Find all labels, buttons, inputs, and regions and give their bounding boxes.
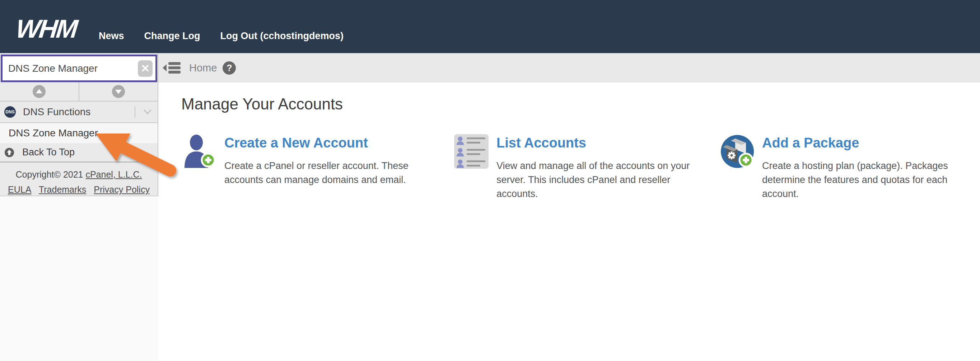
- create-account-person-icon: [183, 134, 215, 168]
- top-nav: News Change Log Log Out (cchostingdemos): [99, 29, 344, 42]
- arrow-up-icon: [33, 85, 46, 98]
- add-package-icon: [720, 134, 755, 169]
- search-input[interactable]: [3, 56, 138, 80]
- create-new-account-description: Create a cPanel or reseller account. The…: [224, 159, 411, 187]
- add-a-package-link[interactable]: Add a Package: [762, 135, 859, 151]
- create-new-account-link[interactable]: Create a New Account: [224, 135, 368, 151]
- content-area: Manage Your Accounts Create: [158, 83, 980, 201]
- list-accounts-description: View and manage all of the accounts on y…: [496, 159, 696, 201]
- sidebar-search-box: ✕: [1, 54, 157, 82]
- breadcrumb-home-link[interactable]: Home: [189, 62, 217, 74]
- sidebar-item-dns-zone-manager[interactable]: DNS Zone Manager: [0, 123, 158, 143]
- list-accounts-link[interactable]: List Accounts: [496, 135, 586, 151]
- circle-up-arrow-icon: [4, 148, 14, 157]
- sidebar: ✕ DNS DNS Functions DNS Zone Manager: [0, 53, 158, 361]
- sidebar-section-dns-functions[interactable]: DNS DNS Functions: [0, 102, 158, 123]
- nav-changelog-link[interactable]: Change Log: [144, 29, 200, 42]
- search-result-nav: [0, 82, 158, 102]
- cpanel-llc-link[interactable]: cPanel, L.L.C.: [86, 169, 142, 180]
- dns-badge-icon: DNS: [4, 106, 16, 118]
- arrow-down-icon: [112, 85, 125, 98]
- main-content: Home ? Manage Your Accounts: [158, 53, 980, 361]
- back-to-top-label: Back To Top: [22, 147, 75, 158]
- nav-logout-link[interactable]: Log Out (cchostingdemos): [220, 29, 344, 42]
- nav-news-link[interactable]: News: [99, 29, 124, 42]
- next-result-button[interactable]: [80, 82, 158, 101]
- list-accounts-icon: [454, 134, 488, 169]
- chevron-down-icon[interactable]: [143, 109, 152, 115]
- privacy-policy-link[interactable]: Privacy Policy: [94, 184, 150, 194]
- previous-result-button[interactable]: [0, 82, 80, 101]
- copyright-text: Copyright© 2021: [16, 169, 86, 180]
- card-list-accounts: List Accounts View and manage all of the…: [454, 134, 720, 201]
- breadcrumb: Home ?: [158, 53, 980, 83]
- card-create-new-account: Create a New Account Create a cPanel or …: [183, 134, 454, 201]
- card-add-a-package: Add a Package Create a hosting plan (pac…: [720, 134, 971, 201]
- clear-search-icon[interactable]: ✕: [138, 60, 153, 77]
- whm-logo[interactable]: WHM: [15, 16, 78, 41]
- back-to-top-button[interactable]: Back To Top: [0, 143, 158, 162]
- quick-action-cards: Create a New Account Create a cPanel or …: [183, 134, 980, 201]
- page-title: Manage Your Accounts: [181, 95, 980, 114]
- eula-link[interactable]: EULA: [8, 184, 31, 195]
- section-label: DNS Functions: [23, 106, 135, 118]
- whm-page: WHM News Change Log Log Out (cchostingde…: [0, 0, 980, 361]
- collapse-sidebar-icon[interactable]: [162, 61, 181, 74]
- add-a-package-description: Create a hosting plan (package). Package…: [762, 159, 965, 201]
- trademarks-link[interactable]: Trademarks: [39, 184, 86, 194]
- top-navigation-bar: WHM News Change Log Log Out (cchostingde…: [0, 0, 980, 53]
- sidebar-footer: Copyright© 2021 cPanel, L.L.C. EULA Trad…: [0, 164, 158, 195]
- sidebar-menu: ✕ DNS DNS Functions DNS Zone Manager: [0, 53, 158, 196]
- help-icon[interactable]: ?: [223, 61, 236, 75]
- divider: [135, 106, 135, 118]
